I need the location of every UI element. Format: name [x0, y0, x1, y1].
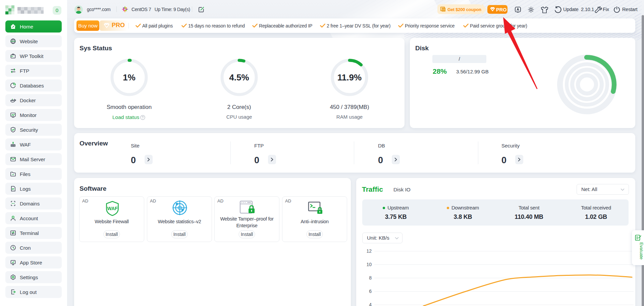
svg-text:WAF: WAF	[107, 206, 118, 211]
